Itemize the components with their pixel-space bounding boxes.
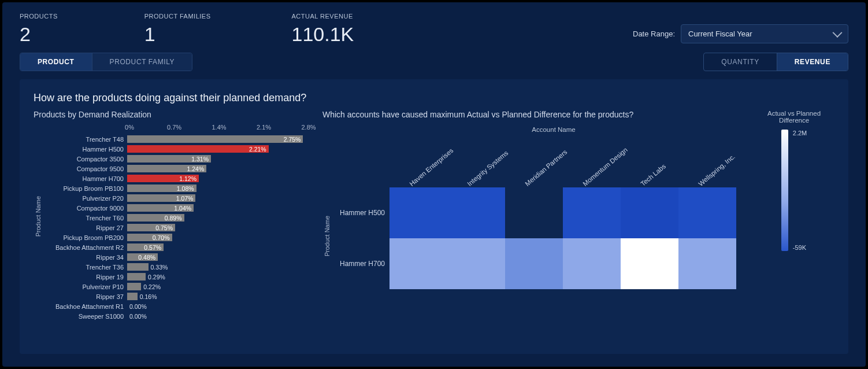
heatmap-row: Hammer H500	[332, 187, 736, 238]
bar-row[interactable]: Hammer H5002.21%	[43, 144, 311, 154]
bar-label: Ripper 37	[43, 293, 127, 300]
bar-row[interactable]: Backhoe Attachment R20.57%	[43, 242, 311, 252]
date-range-control: Date Range: Current Fiscal Year	[633, 24, 848, 43]
tab-revenue[interactable]: REVENUE	[777, 53, 848, 71]
bar-track: 0.00%	[127, 312, 306, 320]
heatmap-cell[interactable]	[390, 238, 447, 289]
bar-row[interactable]: Ripper 340.48%	[43, 252, 311, 262]
bar-label: Pickup Broom PB100	[43, 185, 127, 192]
bar-value: 1.04%	[174, 205, 191, 212]
kpi-revenue-label: ACTUAL REVENUE	[292, 13, 354, 20]
bar-area: 0%0.7%1.4%2.1%2.8% Trencher T482.75%Hamm…	[43, 124, 311, 344]
bar-x-ticks: 0%0.7%1.4%2.1%2.8%	[43, 124, 311, 133]
date-range-value: Current Fiscal Year	[688, 29, 752, 38]
bar-track: 0.48%	[127, 253, 306, 261]
bar-track: 2.75%	[127, 135, 306, 143]
date-range-label: Date Range:	[633, 29, 675, 38]
bar-row[interactable]: Pulverizer P100.22%	[43, 282, 311, 291]
bar-fill: 2.21%	[127, 145, 269, 153]
date-range-select[interactable]: Current Fiscal Year	[681, 24, 848, 43]
bar-x-tick: 2.8%	[301, 124, 316, 131]
tab-product[interactable]: PRODUCT	[20, 53, 92, 71]
tab-product-family[interactable]: PRODUCT FAMILY	[92, 53, 192, 71]
bar-value: 0.75%	[155, 224, 173, 231]
bar-fill: 1.24%	[127, 165, 206, 172]
bar-row[interactable]: Ripper 370.16%	[43, 291, 311, 301]
bar-label: Hammer H500	[43, 146, 127, 153]
heatmap-chart: Which accounts have caused maximum Actua…	[322, 110, 834, 344]
bar-label: Trencher T48	[43, 136, 127, 143]
bar-row[interactable]: Pulverizer P201.07%	[43, 193, 311, 203]
heatmap-cell[interactable]	[447, 238, 505, 289]
bar-value: 0.16%	[138, 293, 157, 300]
bar-fill: 0.89%	[127, 214, 184, 222]
heatmap-cell[interactable]	[563, 238, 621, 289]
bar-label: Ripper 34	[43, 254, 127, 261]
bar-label: Pulverizer P10	[43, 283, 127, 290]
bar-fill	[127, 283, 141, 290]
bar-row[interactable]: Ripper 270.75%	[43, 223, 311, 233]
heatmap-cell[interactable]	[563, 187, 621, 238]
heatmap-cell[interactable]	[505, 187, 563, 238]
bar-row[interactable]: Compactor 95001.24%	[43, 164, 311, 174]
bar-track: 0.33%	[127, 263, 306, 271]
bar-row[interactable]: Pickup Broom PB2000.70%	[43, 233, 311, 242]
bar-track: 1.07%	[127, 194, 306, 202]
bar-row[interactable]: Hammer H7001.12%	[43, 174, 311, 183]
heatmap-cell[interactable]	[678, 238, 736, 289]
bar-x-tick: 0.7%	[167, 124, 181, 131]
heatmap-cell[interactable]	[621, 187, 678, 238]
heatmap-cell[interactable]	[390, 187, 447, 238]
heatmap-cell[interactable]	[621, 238, 678, 289]
bar-label: Backhoe Attachment R2	[43, 244, 127, 251]
bar-value: 1.08%	[177, 185, 194, 192]
bar-track: 1.08%	[127, 184, 306, 192]
bar-row[interactable]: Compactor 90001.04%	[43, 203, 311, 213]
heatmap-row-label: Hammer H500	[332, 209, 390, 217]
bar-label: Compactor 3500	[43, 156, 127, 163]
bar-row[interactable]: Trencher T600.89%	[43, 213, 311, 223]
legend-min: -59K	[793, 244, 807, 251]
heatmap-col-header: Haven Enterprises	[408, 145, 457, 187]
header-row: PRODUCTS 2 PRODUCT FAMILIES 1 ACTUAL REV…	[2, 2, 866, 50]
bar-y-axis-label: Product Name	[34, 196, 43, 237]
tab-quantity[interactable]: QUANTITY	[704, 53, 776, 71]
bar-chart: Products by Demand Realization Product N…	[34, 110, 311, 344]
bar-label: Compactor 9000	[43, 205, 127, 212]
kpi-products-value: 2	[20, 23, 58, 46]
bar-row[interactable]: Pickup Broom PB1001.08%	[43, 183, 311, 193]
bar-row[interactable]: Sweeper S10000.00%	[43, 311, 311, 321]
heatmap-cell[interactable]	[505, 238, 563, 289]
bar-value: 0.57%	[144, 244, 161, 251]
bar-label: Hammer H700	[43, 175, 127, 182]
heatmap-cell[interactable]	[678, 187, 736, 238]
bar-value: 0.89%	[165, 215, 182, 222]
bar-value: 1.24%	[187, 165, 205, 172]
bar-label: Backhoe Attachment R1	[43, 303, 127, 310]
bar-row[interactable]: Trencher T360.33%	[43, 262, 311, 272]
heatmap-col-header: Integrity Systems	[466, 145, 514, 187]
bar-track: 2.21%	[127, 145, 306, 153]
bar-row[interactable]: Backhoe Attachment R10.00%	[43, 301, 311, 311]
kpi-revenue-value: 110.1K	[292, 23, 354, 46]
bar-value: 0.48%	[138, 254, 155, 261]
bar-value: 1.07%	[176, 195, 194, 202]
bar-x-tick: 2.1%	[257, 124, 271, 131]
bar-label: Ripper 19	[43, 274, 127, 281]
bar-fill: 1.08%	[127, 184, 196, 192]
bar-label: Sweeper S1000	[43, 313, 127, 320]
bar-label: Ripper 27	[43, 224, 127, 231]
bar-fill: 1.07%	[127, 194, 195, 202]
heatmap-cell[interactable]	[447, 187, 505, 238]
bar-label: Pickup Broom PB200	[43, 234, 127, 241]
bar-fill: 1.12%	[127, 175, 199, 182]
bar-row[interactable]: Ripper 190.29%	[43, 272, 311, 282]
bar-row[interactable]: Compactor 35001.31%	[43, 154, 311, 164]
content-panel: How are the products doing against their…	[20, 79, 848, 354]
bar-fill: 2.75%	[127, 135, 303, 143]
heatmap-headers: Haven EnterprisesIntegrity SystemsMeridi…	[390, 136, 736, 187]
product-tab-group: PRODUCT PRODUCT FAMILY	[20, 53, 192, 71]
bar-fill: 0.48%	[127, 253, 158, 261]
bar-track: 0.22%	[127, 283, 306, 290]
bar-row[interactable]: Trencher T482.75%	[43, 134, 311, 144]
